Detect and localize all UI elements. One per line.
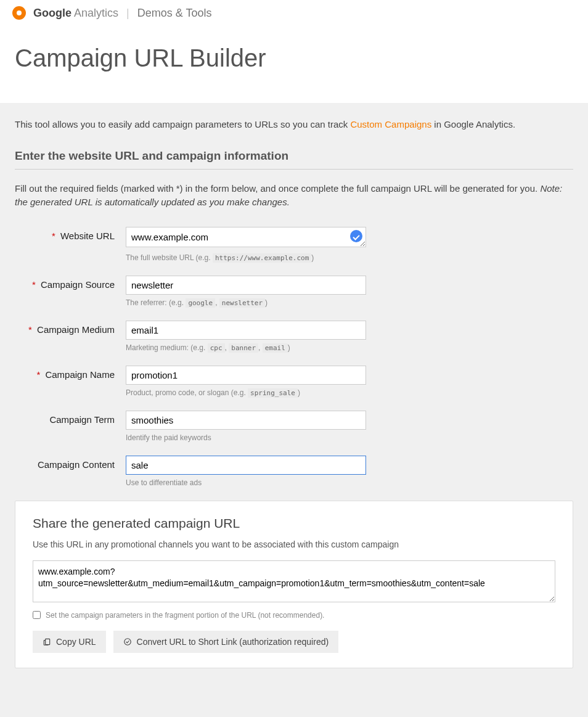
campaign-content-input[interactable] [126, 456, 366, 475]
hint-campaign-medium: Marketing medium: (e.g. cpc, banner, ema… [126, 343, 366, 352]
svg-point-1 [124, 638, 131, 645]
brand-google: Google [33, 7, 71, 19]
intro-text: This tool allows you to easily add campa… [15, 118, 573, 132]
custom-campaigns-link[interactable]: Custom Campaigns [350, 119, 431, 129]
share-heading: Share the generated campaign URL [33, 516, 555, 531]
copy-url-button[interactable]: Copy URL [33, 631, 106, 653]
label-campaign-term: Campaign Term [15, 411, 126, 442]
hint-campaign-source: The referrer: (e.g. google, newsletter) [126, 298, 366, 307]
hint-campaign-name: Product, promo code, or slogan (e.g. spr… [126, 388, 366, 397]
title-area: Campaign URL Builder [0, 26, 588, 103]
required-asterisk: * [32, 279, 36, 290]
brand-analytics: Analytics [71, 7, 118, 19]
intro-prefix: This tool allows you to easily add campa… [15, 119, 350, 129]
share-box: Share the generated campaign URL Use thi… [15, 501, 573, 668]
fragment-checkbox-row[interactable]: Set the campaign parameters in the fragm… [33, 611, 555, 620]
label-campaign-source: * Campaign Source [15, 276, 126, 307]
campaign-medium-input[interactable] [126, 321, 366, 340]
clipboard-icon [43, 637, 51, 646]
row-campaign-source: * Campaign Source The referrer: (e.g. go… [15, 276, 573, 307]
share-subheading: Use this URL in any promotional channels… [33, 539, 555, 549]
fragment-checkbox[interactable] [33, 611, 41, 619]
campaign-name-input[interactable] [126, 366, 366, 385]
label-campaign-medium: * Campaign Medium [15, 321, 126, 352]
campaign-term-input[interactable] [126, 411, 366, 430]
valid-check-icon [350, 230, 362, 242]
brand-text: Google Analytics | Demos & Tools [33, 7, 211, 20]
required-asterisk: * [52, 231, 55, 241]
instructions: Fill out the required fields (marked wit… [15, 182, 573, 210]
instructions-plain: Fill out the required fields (marked wit… [15, 183, 540, 194]
hint-campaign-content: Use to differentiate ads [126, 478, 366, 487]
label-campaign-name: * Campaign Name [15, 366, 126, 397]
required-asterisk: * [36, 369, 40, 380]
row-campaign-term: Campaign Term Identify the paid keywords [15, 411, 573, 442]
content-area: This tool allows you to easily add campa… [0, 103, 588, 683]
ga-logo-icon [12, 6, 26, 20]
form-heading: Enter the website URL and campaign infor… [15, 149, 573, 170]
header-bar: Google Analytics | Demos & Tools [0, 0, 588, 26]
label-campaign-content: Campaign Content [15, 456, 126, 487]
generated-url-textarea[interactable]: www.example.com?utm_source=newsletter&ut… [33, 560, 555, 602]
label-website-url: * Website URL [15, 227, 126, 262]
brand-separator: | [126, 7, 129, 19]
svg-rect-0 [46, 639, 50, 644]
brand-section: Demos & Tools [137, 7, 212, 19]
intro-suffix: in Google Analytics. [431, 119, 515, 129]
shorten-url-button[interactable]: Convert URL to Short Link (authorization… [113, 631, 339, 653]
row-campaign-content: Campaign Content Use to differentiate ad… [15, 456, 573, 487]
row-campaign-medium: * Campaign Medium Marketing medium: (e.g… [15, 321, 573, 352]
fragment-checkbox-label: Set the campaign parameters in the fragm… [46, 611, 324, 620]
page-title: Campaign URL Builder [15, 44, 573, 72]
convert-icon [123, 637, 132, 646]
campaign-source-input[interactable] [126, 276, 366, 295]
required-asterisk: * [28, 324, 32, 335]
hint-campaign-term: Identify the paid keywords [126, 433, 366, 442]
row-website-url: * Website URL www.example.com The full w… [15, 227, 573, 262]
hint-website-url: The full website URL (e.g. https://www.e… [126, 253, 366, 262]
website-url-input[interactable]: www.example.com [126, 227, 366, 247]
row-campaign-name: * Campaign Name Product, promo code, or … [15, 366, 573, 397]
